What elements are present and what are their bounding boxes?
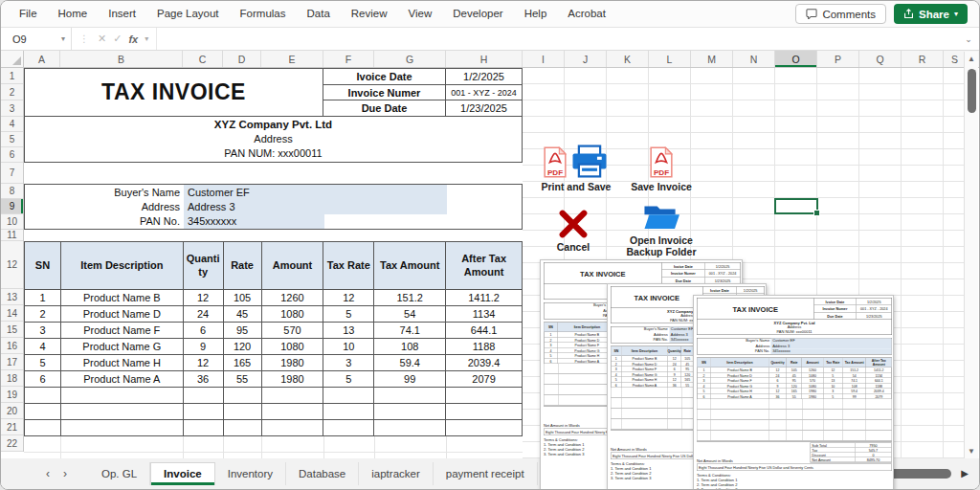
row-header[interactable]: 10 xyxy=(1,214,23,230)
row-header[interactable]: 13 xyxy=(1,289,23,305)
tab-payment-receipt[interactable]: payment receipt xyxy=(434,462,538,485)
header-quantity[interactable]: Quantity xyxy=(184,242,224,290)
menu-item[interactable]: Acrobat xyxy=(557,1,616,27)
row-header[interactable]: 2 xyxy=(1,84,23,100)
column-header[interactable]: J xyxy=(565,51,607,67)
row-header[interactable]: 14 xyxy=(1,305,23,322)
row-header[interactable]: 16 xyxy=(1,338,23,354)
confirm-entry-icon[interactable]: ✓ xyxy=(113,33,122,45)
menu-item[interactable]: Page Layout xyxy=(146,1,230,27)
invoice-number-label[interactable]: Invoice Numer xyxy=(323,85,446,100)
company-pan[interactable]: PAN NUM: xxx00011 xyxy=(224,146,322,161)
item-row[interactable]: 4 Product Name G 9 120 1080 10 108 1188 xyxy=(25,339,523,355)
vertical-scrollbar[interactable]: ▲ ▼ xyxy=(964,52,978,458)
invoice-number-value[interactable]: 001 - XYZ - 2024 xyxy=(446,85,522,100)
tab-inventory[interactable]: Inventory xyxy=(215,462,286,485)
row-header[interactable]: 15 xyxy=(1,322,23,338)
column-header[interactable]: C xyxy=(183,51,223,67)
company-name[interactable]: XYZ Company Pvt. Ltd xyxy=(214,118,332,132)
vertical-scroll-thumb[interactable] xyxy=(968,69,976,113)
tab-iaptracker[interactable]: iaptracker xyxy=(359,462,434,485)
item-row[interactable]: 3 Product Name F 6 95 570 13 74.1 644.1 xyxy=(25,323,523,339)
due-date-label[interactable]: Due Date xyxy=(323,100,446,116)
header-after-tax[interactable]: After Tax Amount xyxy=(446,242,523,290)
scroll-up-icon[interactable]: ▲ xyxy=(965,55,978,63)
header-rate[interactable]: Rate xyxy=(224,242,262,290)
menu-item[interactable]: Home xyxy=(48,1,99,27)
column-header[interactable]: G xyxy=(374,51,446,67)
tab-database[interactable]: Database xyxy=(286,462,359,485)
share-button[interactable]: Share ▾ xyxy=(894,4,968,24)
row-header[interactable]: 3 xyxy=(1,100,23,117)
menu-item[interactable]: Insert xyxy=(98,1,146,27)
invoice-preview-image-3[interactable]: TAX INVOICE Ivoice Date1/2/2025 Invoice … xyxy=(693,295,894,490)
menu-item[interactable]: Help xyxy=(514,1,558,27)
scroll-right-icon[interactable]: ▶ xyxy=(956,468,973,479)
column-header[interactable]: I xyxy=(523,51,565,67)
item-row[interactable]: 5 Product Name H 12 165 1980 3 59.4 2039… xyxy=(25,355,523,371)
menu-item[interactable]: File xyxy=(9,1,48,27)
row-header[interactable]: 19 xyxy=(1,387,23,403)
formula-bar-expand-icon[interactable]: ⌄ xyxy=(958,28,979,50)
buyer-name-value[interactable]: Customer EF xyxy=(184,185,447,199)
menu-item[interactable]: View xyxy=(398,1,443,27)
invoice-date-label[interactable]: Ivoice Date xyxy=(323,69,446,84)
menu-item[interactable]: Developer xyxy=(442,1,513,27)
menu-item[interactable]: Data xyxy=(297,1,341,27)
row-header[interactable]: 12 xyxy=(1,241,23,289)
invoice-date-value[interactable]: 1/2/2025 xyxy=(446,69,522,84)
row-header[interactable]: 11 xyxy=(1,230,23,241)
cancel-button[interactable]: Cancel xyxy=(543,210,604,253)
sheet-canvas[interactable]: 12345678910111213141516171819202122 TAX … xyxy=(1,68,979,458)
buyer-name-label[interactable]: Buyer's Name xyxy=(25,185,184,199)
column-header[interactable]: M xyxy=(691,51,733,67)
header-tax-amount[interactable]: Tax Amount xyxy=(374,242,446,290)
column-header[interactable]: K xyxy=(607,51,649,67)
row-header[interactable]: 6 xyxy=(1,147,23,163)
row-header[interactable]: 7 xyxy=(1,163,23,184)
column-header[interactable]: D xyxy=(223,51,261,67)
buyer-address-label[interactable]: Address xyxy=(25,199,184,213)
menu-item[interactable]: Formulas xyxy=(230,1,297,27)
name-box[interactable]: O9 ▾ xyxy=(1,28,72,50)
tab-invoice[interactable]: Invoice xyxy=(150,462,215,485)
row-header[interactable]: 17 xyxy=(1,354,23,370)
column-header[interactable]: N xyxy=(733,51,775,67)
row-header[interactable]: 18 xyxy=(1,370,23,387)
menu-item[interactable]: Review xyxy=(341,1,398,27)
select-all-corner[interactable] xyxy=(1,51,24,67)
tab-scroll-right-icon[interactable]: › xyxy=(56,467,74,480)
column-header[interactable]: R xyxy=(902,51,944,67)
column-header[interactable]: F xyxy=(323,51,374,67)
tab-op-gl[interactable]: Op. GL xyxy=(89,462,150,485)
empty-row[interactable] xyxy=(25,420,523,436)
column-header[interactable]: P xyxy=(817,51,859,67)
comments-button[interactable]: Comments xyxy=(795,4,886,24)
item-row[interactable]: 2 Product Name D 24 45 1080 5 54 1134 xyxy=(25,306,523,323)
column-header[interactable]: A xyxy=(24,51,60,67)
header-tax-rate[interactable]: Tax Rate xyxy=(323,242,374,290)
row-header[interactable]: 22 xyxy=(1,435,23,452)
formula-input[interactable] xyxy=(157,28,958,50)
header-amount[interactable]: Amount xyxy=(262,242,324,290)
buyer-address-value[interactable]: Address 3 xyxy=(184,199,447,213)
column-header[interactable]: E xyxy=(261,51,323,67)
column-header[interactable]: Q xyxy=(859,51,902,67)
buyer-pan-label[interactable]: PAN No. xyxy=(25,214,184,229)
row-header[interactable]: 5 xyxy=(1,132,23,147)
row-header[interactable]: 20 xyxy=(1,403,23,419)
column-header[interactable]: B xyxy=(60,51,183,67)
item-row[interactable]: 6 Product Name A 36 55 1980 5 99 2079 xyxy=(25,371,523,388)
open-invoice-backup-folder-button[interactable]: Open Invoice Backup Folder xyxy=(615,202,707,257)
invoice-title[interactable]: TAX INVOICE xyxy=(24,68,323,117)
row-header[interactable]: 8 xyxy=(1,184,23,199)
row-header[interactable]: 1 xyxy=(1,68,23,84)
save-invoice-button[interactable]: PDF Save Invoice xyxy=(621,146,702,192)
empty-row[interactable] xyxy=(25,388,523,404)
cancel-entry-icon[interactable]: ✕ xyxy=(98,33,106,45)
print-and-save-button[interactable]: PDF Print and Save xyxy=(537,145,615,192)
row-header[interactable]: 9 xyxy=(1,199,23,214)
header-sn[interactable]: SN xyxy=(25,242,61,290)
column-header[interactable]: H xyxy=(446,51,523,67)
selected-cell-O9[interactable] xyxy=(774,198,818,214)
